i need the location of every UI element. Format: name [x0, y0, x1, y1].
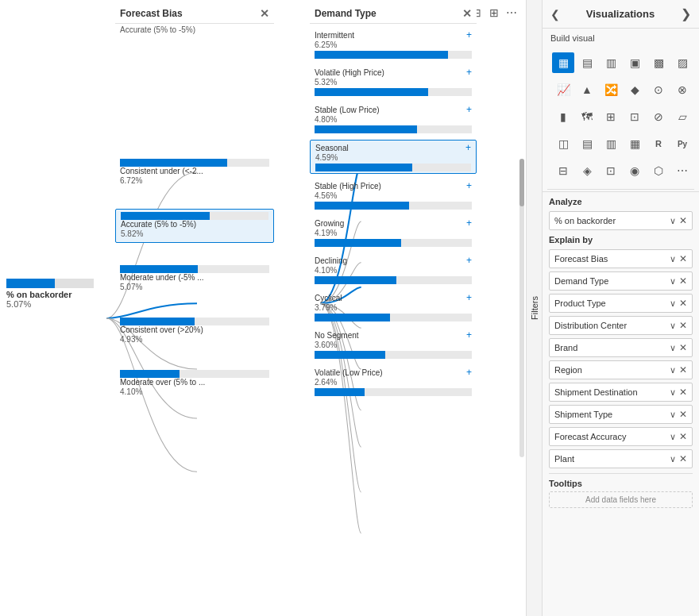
viz-icon-table[interactable]: ◫: [552, 133, 574, 154]
fb-item-4[interactable]: Consistent over (>20%) 4.93%: [115, 315, 274, 348]
explain-field-chevron-3[interactable]: ∨: [670, 321, 676, 331]
analyze-field-label: % on backorder: [554, 216, 616, 225]
viz-icon-r[interactable]: R: [647, 133, 670, 154]
viz-icon-bar[interactable]: ▤: [576, 52, 598, 73]
explain-field-close-7[interactable]: ✕: [679, 409, 687, 420]
viz-icon-col[interactable]: ▨: [671, 52, 693, 73]
viz-icon-gauge[interactable]: ⊘: [647, 106, 670, 127]
fb-item-2[interactable]: Accurate (5% to -5%) 5.82%: [115, 209, 274, 243]
more-icon[interactable]: ⋯: [505, 6, 518, 19]
viz-icon-row-5: ⊟ ◈ ⊡ ◉ ⬡ ⋯: [547, 157, 694, 184]
viz-icon-line[interactable]: 📈: [552, 79, 574, 100]
explain-field-9[interactable]: Plant ∨ ✕: [549, 449, 693, 468]
explain-field-chevron-0[interactable]: ∨: [670, 254, 676, 264]
explain-field-close-1[interactable]: ✕: [679, 275, 687, 287]
dt-item-2[interactable]: Volatile (High Price) + 5.32%: [310, 65, 477, 98]
scrollbar-thumb[interactable]: [519, 159, 524, 206]
expand-icon[interactable]: ⊞: [488, 6, 500, 19]
explain-field-chevron-2[interactable]: ∨: [670, 298, 676, 309]
explain-field-2[interactable]: Product Type ∨ ✕: [549, 294, 693, 313]
explain-field-3[interactable]: Distribution Center ∨ ✕: [549, 316, 693, 335]
viz-icon-decomp[interactable]: ⊟: [552, 160, 574, 181]
visualizations-panel: ❮ Visualizations ❯ Build visual ▦ ▤ ▥ ▣ …: [542, 0, 699, 616]
demand-type-close[interactable]: ✕: [462, 7, 472, 20]
viz-icon-pie[interactable]: ⊙: [647, 79, 670, 100]
viz-icon-row-4: ◫ ▤ ▥ ▦ R Py: [547, 130, 694, 157]
explain-field-0[interactable]: Forecast Bias ∨ ✕: [549, 249, 693, 268]
chart-area: ⊟ ⊞ ⋯ % on backorder 5.07% Forecast Bias: [0, 0, 542, 616]
viz-icon-clustered-bar[interactable]: ▥: [600, 52, 622, 73]
explain-field-chevron-6[interactable]: ∨: [670, 387, 676, 398]
viz-icon-metrics[interactable]: ◉: [624, 160, 646, 181]
dt-item-6[interactable]: Growing + 4.19%: [310, 216, 477, 248]
analyze-chip-close[interactable]: ✕: [679, 215, 687, 226]
explain-field-chevron-4[interactable]: ∨: [670, 343, 676, 353]
dt-item-8[interactable]: Cyclical + 3.79%: [310, 291, 477, 323]
viz-expand-icon[interactable]: ❯: [681, 6, 691, 21]
explain-field-4[interactable]: Brand ∨ ✕: [549, 338, 693, 357]
dt-item-10[interactable]: Volatile (Low Price) + 2.64%: [310, 365, 477, 398]
viz-icon-kpi[interactable]: ▥: [600, 133, 622, 154]
root-node[interactable]: % on backorder 5.07%: [6, 279, 94, 309]
viz-collapse-icon[interactable]: ❮: [550, 8, 560, 21]
explain-field-6[interactable]: Shipment Destination ∨ ✕: [549, 383, 693, 402]
explain-by-fields: Forecast Bias ∨ ✕ Demand Type ∨ ✕ Produc…: [549, 249, 693, 468]
dt-item-9[interactable]: No Segment + 3.60%: [310, 328, 477, 360]
viz-icon-smart-narrative[interactable]: ⊡: [600, 160, 622, 181]
explain-field-8[interactable]: Forecast Accuracy ∨ ✕: [549, 427, 693, 446]
viz-icon-donut[interactable]: ⊗: [671, 79, 693, 100]
explain-field-chevron-9[interactable]: ∨: [670, 454, 676, 464]
explain-field-close-0[interactable]: ✕: [679, 253, 687, 264]
analyze-field-chip[interactable]: % on backorder ∨ ✕: [549, 211, 693, 230]
explain-field-label-4: Brand: [554, 343, 577, 352]
viz-icon-slicer[interactable]: ▦: [624, 133, 646, 154]
filters-tab[interactable]: Filters: [526, 0, 542, 616]
viz-icon-ribbon[interactable]: 🔀: [600, 79, 622, 100]
explain-field-5[interactable]: Region ∨ ✕: [549, 360, 693, 379]
explain-field-close-5[interactable]: ✕: [679, 364, 687, 375]
dt-item-3[interactable]: Stable (Low Price) + 4.80%: [310, 102, 477, 135]
explain-field-close-8[interactable]: ✕: [679, 431, 687, 442]
dt-item-1[interactable]: Intermittent + 6.25%: [310, 28, 477, 60]
viz-icon-matrix[interactable]: ▤: [576, 133, 598, 154]
explain-field-close-9[interactable]: ✕: [679, 453, 687, 464]
explain-field-chevron-1[interactable]: ∨: [670, 276, 676, 287]
viz-icon-funnel[interactable]: ⊡: [624, 106, 646, 127]
explain-field-chevron-5[interactable]: ∨: [670, 365, 676, 375]
dt-item-5[interactable]: Stable (High Price) + 4.56%: [310, 179, 477, 211]
scrollbar-track[interactable]: [519, 159, 524, 457]
viz-icon-qa[interactable]: ◈: [576, 160, 598, 181]
dt-item-4[interactable]: Seasonal + 4.59%: [310, 140, 477, 174]
fb-item-5[interactable]: Moderate over (5% to ... 4.10%: [115, 368, 274, 400]
viz-icon-card[interactable]: ▱: [671, 106, 693, 127]
viz-icon-paginated[interactable]: ⬡: [647, 160, 670, 181]
dt-item-7[interactable]: Declining + 4.10%: [310, 253, 477, 286]
explain-field-label-6: Shipment Destination: [554, 387, 638, 397]
explain-field-chevron-8[interactable]: ∨: [670, 432, 676, 442]
explain-field-7[interactable]: Shipment Type ∨ ✕: [549, 405, 693, 424]
viz-icon-100pct-bar[interactable]: ▣: [624, 52, 646, 73]
explain-field-chevron-7[interactable]: ∨: [670, 410, 676, 420]
viz-icon-python[interactable]: Py: [671, 133, 693, 154]
viz-icon-stacked-col[interactable]: ▩: [647, 52, 670, 73]
viz-icon-area[interactable]: ▲: [576, 79, 598, 100]
viz-icon-stacked-bar[interactable]: ▦: [552, 52, 574, 73]
viz-icon-more[interactable]: ⋯: [671, 160, 693, 181]
fb-item-3[interactable]: Moderate under (-5% ... 5.07%: [115, 263, 274, 295]
explain-field-close-3[interactable]: ✕: [679, 320, 687, 331]
viz-icon-treemap[interactable]: ▮: [552, 106, 574, 127]
viz-icon-map[interactable]: 🗺: [576, 106, 598, 127]
explain-field-close-6[interactable]: ✕: [679, 387, 687, 398]
forecast-bias-close[interactable]: ✕: [260, 7, 269, 20]
analyze-chip-chevron[interactable]: ∨: [670, 216, 676, 226]
explain-field-1[interactable]: Demand Type ∨ ✕: [549, 271, 693, 291]
explain-field-close-4[interactable]: ✕: [679, 342, 687, 353]
fb-item-1[interactable]: Consistent under (<-2... 6.72%: [115, 156, 274, 189]
analyze-title: Analyze: [549, 197, 693, 206]
explain-field-close-2[interactable]: ✕: [679, 298, 687, 309]
viz-icon-scatter[interactable]: ◆: [624, 79, 646, 100]
analyze-section: Analyze % on backorder ∨ ✕ Explain by Fo…: [543, 191, 699, 513]
viz-icon-filled-map[interactable]: ⊞: [600, 106, 622, 127]
forecast-bias-items: Consistent under (<-2... 6.72% Accurate …: [115, 156, 274, 400]
viz-icon-area: ▦ ▤ ▥ ▣ ▩ ▨ 📈 ▲ 🔀 ◆ ⊙ ⊗ ▮ 🗺 ⊞ ⊡ ⊘ ▱ ◫: [543, 46, 699, 187]
